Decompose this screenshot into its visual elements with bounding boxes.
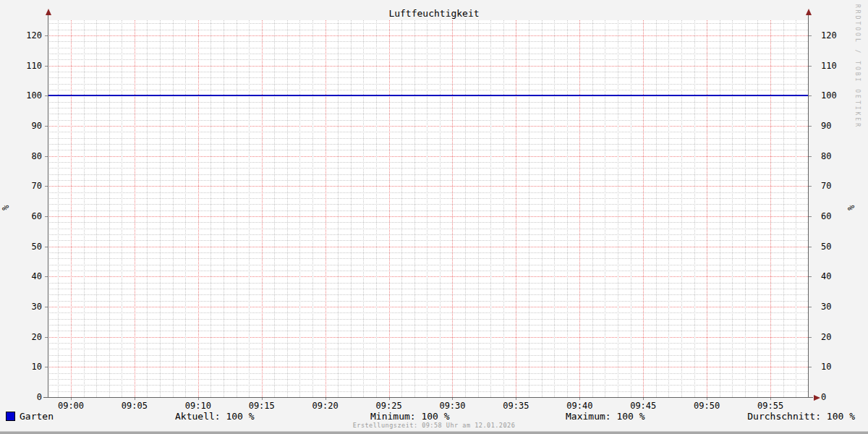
gridline-minor-v [312,20,313,397]
y-tickmark-right [809,186,812,187]
y-axis-arrow-left-icon [46,9,51,15]
x-tick-label: 09:15 [249,401,275,410]
gridline-minor-v [720,20,720,397]
gridline-minor-v [618,20,618,397]
stat-durchschnitt: Durchschnitt: 100 % [747,411,855,422]
y-tick-label-left: 100 [13,91,42,100]
x-tick-label: 09:50 [694,401,720,410]
gridline-minor-v [237,20,237,397]
gridline-minor-v [440,20,441,397]
y-axis-unit-right: % [846,203,856,213]
y-tick-label-left: 70 [13,182,42,190]
y-tickmark-right [809,156,812,157]
x-tickmark [135,398,135,400]
y-tick-label-right: 110 [821,61,850,70]
y-tick-label-left: 30 [13,302,42,311]
gridline-minor-v [567,20,568,397]
x-tick-label: 09:00 [58,401,84,410]
series-name: Garten [20,411,54,422]
gridline-minor-v [796,20,796,397]
y-tick-label-right: 60 [821,212,850,221]
gridline-minor-v [592,20,593,397]
gridline-minor-v [694,20,695,397]
gridline-major-v [71,20,72,397]
y-tickmark-left [45,247,48,247]
gridline-minor-v [160,20,161,397]
y-tick-label-left: 60 [13,212,42,221]
y-tick-label-left: 50 [13,242,42,251]
y-axis-unit-left: % [1,203,11,213]
gridline-minor-v [490,20,491,397]
y-tick-label-right: 30 [821,302,850,311]
gridline-minor-v [185,20,186,397]
gridline-minor-v [465,20,466,397]
legend: Garten Aktuell: 100 % Minimum: 100 % Max… [0,411,868,421]
gridline-minor-v [122,20,122,397]
y-tick-label-left: 10 [13,362,42,371]
gridline-major-v [579,20,580,397]
y-axis-arrow-right-icon [806,9,812,15]
y-tick-label-right: 10 [821,362,850,371]
y-tick-label-left: 0 [13,393,42,401]
gridline-minor-v [84,20,85,397]
gridline-minor-v [274,20,275,397]
x-tickmark [389,398,390,400]
plot-area [48,20,808,397]
x-tick-label: 09:35 [503,401,529,410]
gridline-minor-v [542,20,542,397]
x-tick-label: 09:30 [439,401,465,410]
gridline-major-v [326,20,326,397]
y-tickmark-right [809,307,812,307]
x-tick-label: 09:05 [122,401,148,410]
gridline-minor-v [96,20,97,397]
x-tickmark [643,398,644,400]
gridline-minor-v [401,20,402,397]
y-tickmark-left [45,126,48,127]
x-tickmark [707,398,707,400]
gridline-minor-v [173,20,174,397]
y-tick-label-left: 40 [13,272,42,281]
gridline-minor-v [757,20,758,397]
gridline-major-v [389,20,390,397]
x-tick-label: 09:10 [185,401,211,410]
y-tickmark-right [809,367,812,367]
gridline-minor-v [745,20,746,397]
gridline-minor-v [427,20,427,397]
x-tickmark [516,398,516,400]
y-tickmark-left [45,337,48,338]
gridline-minor-v [58,20,59,397]
y-tick-label-left: 90 [13,122,42,130]
gridline-minor-v [529,20,529,397]
gridline-major-v [643,20,644,397]
y-tickmark-right [809,247,812,247]
y-tick-label-left: 20 [13,333,42,341]
y-tickmark-right [809,216,812,217]
gridline-minor-v [554,20,555,397]
y-tickmark-left [45,156,48,157]
rrdtool-watermark: RRDTOOL / TOBI OETIKER [854,4,861,129]
gridline-major-v [707,20,707,397]
creation-timestamp: Erstellungszeit: 09:58 Uhr am 12.01.2026 [0,422,868,429]
gridline-minor-v [478,20,479,397]
gridline-minor-v [656,20,657,397]
x-tick-label: 09:40 [566,401,592,410]
window-bottom-edge [0,431,868,434]
x-tickmark [770,398,771,400]
y-tickmark-right [809,126,812,127]
gridline-minor-v [376,20,377,397]
graph-title: Luftfeuchtigkeit [0,8,868,19]
y-tick-label-right: 20 [821,333,850,341]
y-tickmark-left [45,35,48,36]
x-tick-label: 09:55 [757,401,783,410]
gridline-minor-v [147,20,148,397]
gridline-major-v [516,20,516,397]
gridline-minor-v [605,20,605,397]
y-tick-label-right: 90 [821,122,850,130]
gridline-minor-v [249,20,250,397]
y-tickmark-right [809,95,812,96]
y-tick-label-right: 40 [821,272,850,281]
y-tickmark-right [809,66,812,67]
gridline-minor-v [631,20,631,397]
gridline-minor-v [287,20,288,397]
y-axis-right [808,14,809,397]
